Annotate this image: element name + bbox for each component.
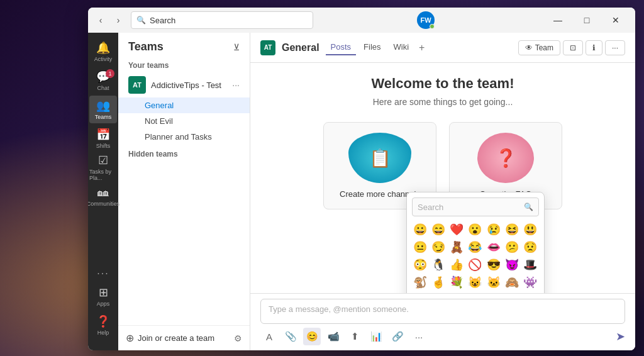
upload-button[interactable]: ⬆ — [346, 328, 364, 345]
emoji-4[interactable]: 😢 — [486, 221, 502, 238]
search-icon: 🔍 — [136, 16, 146, 25]
emoji-22[interactable]: 🤞 — [430, 274, 447, 291]
join-footer[interactable]: ⊕ Join or create a team ⚙ — [118, 325, 250, 350]
sidebar-item-activity[interactable]: 🔔 Activity — [89, 38, 117, 65]
activity-icon: 🔔 — [96, 41, 110, 55]
tab-add-button[interactable]: + — [416, 40, 427, 56]
sidebar-item-tasks[interactable]: ☑ Tasks by Pla... — [89, 153, 117, 181]
format-button[interactable]: A — [260, 328, 278, 345]
tab-posts[interactable]: Posts — [326, 40, 357, 55]
channel-content: AT General Posts Files Wiki + 👁 Team ⊡ ℹ… — [250, 33, 635, 350]
emoji-1[interactable]: 😄 — [430, 221, 447, 238]
compose-placeholder: Type a message, @mention someone. — [269, 304, 409, 314]
emoji-3[interactable]: 😮 — [467, 221, 483, 238]
channel-item-notevil[interactable]: Not Evil — [118, 113, 250, 129]
emoji-29[interactable]: 😴 — [430, 292, 447, 293]
tab-wiki[interactable]: Wiki — [389, 40, 414, 55]
emoji-28[interactable]: ⭐ — [412, 292, 428, 293]
sidebar-item-help[interactable]: ❓ Help — [89, 311, 117, 339]
chat-badge: 1 — [106, 69, 114, 78]
emoji-26[interactable]: 🙈 — [504, 274, 520, 291]
send-button[interactable]: ➤ — [616, 330, 625, 343]
team-button[interactable]: 👁 Team — [518, 40, 560, 55]
team-name: AddictiveTips - Test — [151, 81, 227, 90]
close-button[interactable]: ✕ — [601, 8, 630, 33]
emoji-23[interactable]: 💐 — [448, 274, 465, 291]
sidebar-item-apps[interactable]: ⊞ Apps — [89, 282, 117, 310]
emoji-25[interactable]: 🐱 — [486, 274, 502, 291]
maximize-button[interactable]: □ — [572, 8, 601, 33]
emoji-5[interactable]: 😆 — [504, 221, 520, 238]
emoji-13[interactable]: 😟 — [522, 239, 538, 255]
channel-icon-badge: AT — [260, 40, 275, 55]
loop-button[interactable]: 🔗 — [389, 328, 406, 345]
more-button[interactable]: ··· — [89, 266, 117, 281]
emoji-search-bar[interactable]: Search 🔍 — [412, 197, 539, 216]
channel-item-general[interactable]: General — [118, 97, 250, 113]
poll-button[interactable]: 📊 — [367, 328, 385, 345]
emoji-20[interactable]: 🎩 — [522, 257, 538, 273]
emoji-14[interactable]: 😳 — [412, 257, 428, 273]
attach-button[interactable]: 📎 — [282, 328, 299, 345]
filter-icon[interactable]: ⊻ — [233, 42, 240, 52]
more-options-button[interactable]: ··· — [605, 40, 625, 55]
emoji-2[interactable]: ❤️ — [448, 221, 465, 238]
emoji-9[interactable]: 🧸 — [448, 239, 465, 255]
team-avatar: AT — [128, 76, 146, 94]
sidebar-item-shifts[interactable]: 📅 Shifts — [89, 125, 117, 152]
shifts-icon: 📅 — [96, 128, 110, 142]
emoji-10[interactable]: 😂 — [467, 239, 483, 255]
your-teams-label: Your teams — [118, 58, 250, 72]
tasks-icon: ☑ — [98, 153, 108, 167]
emoji-15[interactable]: 🐧 — [430, 257, 447, 273]
emoji-picker: Search 🔍 😀 😄 ❤️ 😮 😢 😆 😃 😐 😏 🧸 — [406, 192, 545, 293]
emoji-19[interactable]: 😈 — [504, 257, 520, 273]
share-button[interactable]: ⊡ — [563, 40, 583, 55]
sidebar-item-communities[interactable]: 🏘 Communities — [89, 182, 117, 210]
emoji-32[interactable]: 😿 — [486, 292, 502, 293]
minimize-button[interactable]: — — [543, 8, 572, 33]
emoji-34[interactable]: 😑 — [522, 292, 538, 293]
teams-header: Teams ⊻ — [118, 33, 250, 58]
emoji-27[interactable]: 👾 — [522, 274, 538, 291]
emoji-search-icon: 🔍 — [524, 203, 533, 211]
video-button[interactable]: 📹 — [325, 328, 342, 345]
team-more-icon[interactable]: ··· — [232, 80, 240, 90]
emoji-11[interactable]: 👄 — [486, 239, 502, 255]
channel-name: General — [282, 42, 319, 53]
info-button[interactable]: ℹ — [586, 40, 602, 55]
emoji-30[interactable]: 😡 — [448, 292, 465, 293]
emoji-search-text: Search — [418, 203, 520, 212]
emoji-12[interactable]: 😕 — [504, 239, 520, 255]
avatar[interactable]: FW — [417, 11, 435, 29]
tab-files[interactable]: Files — [358, 40, 386, 55]
welcome-area: Welcome to the team! Here are some thing… — [250, 63, 635, 293]
emoji-18[interactable]: 😎 — [486, 257, 502, 273]
emoji-8[interactable]: 😏 — [430, 239, 447, 255]
back-button[interactable]: ‹ — [93, 13, 108, 28]
sidebar-item-chat[interactable]: 💬 Chat 1 — [89, 67, 117, 94]
hidden-teams-label: Hidden teams — [118, 145, 250, 161]
emoji-6[interactable]: 😃 — [522, 221, 538, 238]
emoji-24[interactable]: 😺 — [467, 274, 483, 291]
team-item-addictive[interactable]: AT AddictiveTips - Test ··· — [118, 72, 250, 97]
emoji-0[interactable]: 😀 — [412, 221, 428, 238]
emoji-31[interactable]: 🎉 — [467, 292, 483, 293]
sidebar-item-teams[interactable]: 👥 Teams — [89, 96, 117, 123]
settings-icon[interactable]: ⚙ — [234, 333, 242, 343]
welcome-subtitle: Here are some things to get going... — [265, 97, 620, 107]
card-visual-channels: 📋 — [334, 133, 426, 183]
emoji-33[interactable]: 🍾 — [504, 292, 520, 293]
more-tools-button[interactable]: ··· — [410, 328, 428, 345]
emoji-21[interactable]: 🐒 — [412, 274, 428, 291]
emoji-grid: 😀 😄 ❤️ 😮 😢 😆 😃 😐 😏 🧸 😂 👄 😕 😟 — [412, 221, 539, 293]
forward-button[interactable]: › — [111, 13, 126, 28]
emoji-button[interactable]: 😊 — [303, 328, 321, 345]
emoji-17[interactable]: 🚫 — [467, 257, 483, 273]
channel-tabs: Posts Files Wiki + — [326, 40, 428, 56]
emoji-7[interactable]: 😐 — [412, 239, 428, 255]
channel-item-planner[interactable]: Planner and Tasks — [118, 129, 250, 145]
join-label: Join or create a team — [138, 333, 230, 343]
emoji-16[interactable]: 👍 — [448, 257, 465, 273]
compose-input[interactable]: Type a message, @mention someone. — [260, 299, 625, 324]
